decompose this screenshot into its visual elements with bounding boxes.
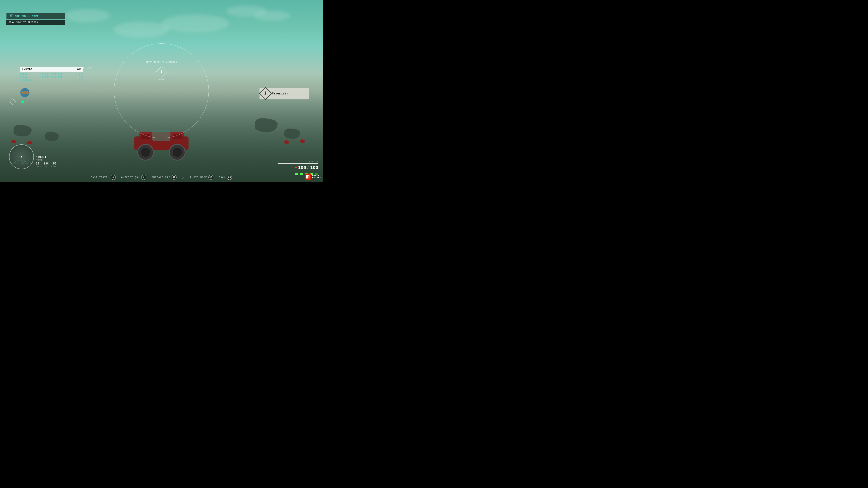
planet-info: KREET MOON	[36, 156, 57, 161]
stat-o2-label: O2	[43, 165, 49, 167]
health-values: ♥ 100 / 100	[278, 165, 318, 170]
stat-grav-label: GRAV	[51, 165, 57, 167]
survey-fauna-count: 3/3	[79, 73, 83, 75]
grav-jump-rocket-icon	[159, 70, 164, 75]
stat-temp-label: TEMP	[36, 165, 41, 167]
survey-flora-status: BIOME COMPLETE	[42, 76, 63, 78]
survey-flora-label: FLORA	[20, 76, 28, 78]
survey-flora-count: 1/3	[79, 76, 83, 78]
quest-tracker: ONE SMALL STEP GRAV JUMP TO JEMISON	[6, 13, 65, 25]
range-indicator: RANGE 10M+	[77, 67, 93, 69]
svg-rect-8	[173, 134, 182, 139]
hud-outpost-label: OUTPOST (8)	[121, 176, 140, 179]
survey-panel: SURVEY 93% FAUNA BIOME COMPLETE 3/3 FLOR…	[20, 67, 83, 83]
svg-rect-7	[141, 134, 150, 139]
health-area: HEALTH ♥ 100 / 100	[278, 160, 318, 170]
cloud	[254, 11, 290, 21]
health-bar	[278, 163, 318, 164]
minimap-area: KREET MOON 25° TEMP 18% O2 .55 GRAV	[9, 144, 57, 169]
survey-resources-label: RESOURCES	[20, 79, 34, 82]
survey-row-fauna: FAUNA BIOME COMPLETE 3/3	[20, 73, 83, 75]
rock	[284, 129, 300, 139]
hud-outpost-key: X	[141, 175, 146, 180]
svg-point-10	[10, 16, 11, 17]
health-current: 100	[298, 165, 306, 170]
minimap-circle	[9, 144, 34, 169]
compass-indicator	[21, 101, 24, 103]
rock	[45, 132, 59, 141]
stat-grav-value: .55	[51, 162, 57, 165]
battery-1	[295, 173, 298, 175]
hud-surface-map[interactable]: SURFACE MAP RB	[152, 175, 177, 180]
shrub	[27, 141, 32, 144]
hud-photo-mode-label: PHOTO MODE	[190, 176, 207, 179]
frontier-icon-inner	[263, 91, 268, 97]
svg-rect-6	[152, 130, 170, 141]
hud-photo-mode-key: RS	[209, 175, 213, 180]
hud-back[interactable]: BACK LB	[219, 175, 232, 180]
rock	[255, 119, 278, 132]
survey-resources-count: 8/8	[79, 79, 83, 82]
quest-objective: GRAV JUMP TO JEMISON	[6, 20, 65, 25]
hud-fast-travel[interactable]: FAST TRAVEL A	[91, 175, 116, 180]
shrub	[284, 140, 289, 144]
quest-title-row: ONE SMALL STEP	[6, 13, 65, 20]
hud-photo-mode[interactable]: PHOTO MODE RS	[190, 175, 213, 180]
survey-label: SURVEY	[22, 68, 33, 71]
hud-back-key: LB	[227, 175, 232, 180]
watermark: GAMER GUIDES	[305, 173, 321, 180]
svg-point-3	[141, 148, 150, 157]
watermark-sub: GUIDES	[312, 177, 321, 179]
health-max: 100	[310, 165, 318, 170]
health-bar-container	[278, 163, 318, 164]
planet-details: KREET MOON 25° TEMP 18% O2 .55 GRAV	[36, 156, 57, 169]
hud-back-label: BACK	[219, 176, 225, 179]
grav-jump-distance: 570M	[146, 78, 177, 81]
vehicle	[116, 119, 207, 164]
grav-jump-marker: GRAV JUMP TO JEMISON --- 570M	[146, 61, 177, 81]
stat-o2-value: 18%	[43, 162, 49, 165]
planet-stats: 25° TEMP 18% O2 .55 GRAV	[36, 162, 57, 167]
hud-triangle: △	[182, 175, 185, 180]
survey-row-flora: FLORA BIOME COMPLETE 1/3	[20, 76, 83, 78]
shrub	[300, 139, 305, 143]
survey-header: SURVEY 93%	[20, 67, 83, 72]
svg-rect-20	[306, 175, 309, 175]
frontier-ship-icon	[259, 87, 272, 100]
hud-fast-travel-key: A	[111, 175, 116, 180]
quest-title: ONE SMALL STEP	[15, 15, 39, 18]
stat-temp-value: 25°	[36, 162, 41, 165]
frontier-name: Frontier	[272, 92, 289, 95]
battery-2	[300, 173, 303, 175]
cloud	[161, 14, 229, 33]
rock	[13, 125, 32, 136]
watermark-brand: GAMER	[312, 174, 321, 177]
hud-surface-map-label: SURFACE MAP	[152, 176, 170, 179]
survey-row-resources: RESOURCES 8/8	[20, 79, 83, 82]
survey-fauna-label: FAUNA	[20, 73, 28, 75]
planet-name: KREET	[36, 156, 57, 159]
grav-jump-icon	[156, 67, 167, 78]
hud-surface-map-key: RB	[172, 175, 177, 180]
grav-jump-label: GRAV JUMP TO JEMISON	[146, 61, 177, 64]
svg-point-5	[173, 148, 182, 157]
shrub	[11, 140, 16, 143]
watermark-icon	[305, 173, 311, 180]
frontier-marker: Frontier	[259, 88, 309, 99]
stat-o2: 18% O2	[43, 162, 49, 167]
stat-grav: .55 GRAV	[51, 162, 57, 167]
health-label: HEALTH	[278, 160, 318, 162]
planet-icon	[20, 88, 30, 98]
hud-fast-travel-label: FAST TRAVEL	[91, 176, 110, 179]
watermark-text-container: GAMER GUIDES	[312, 174, 321, 179]
stat-temp: 25° TEMP	[36, 162, 41, 167]
hud-outpost[interactable]: OUTPOST (8) X	[121, 175, 146, 180]
hud-triangle-icon: △	[182, 175, 185, 180]
cloud	[113, 22, 169, 37]
cloud	[65, 9, 110, 23]
planet-type: MOON	[36, 159, 57, 161]
health-icon: ♥	[295, 166, 297, 170]
survey-fauna-status: BIOME COMPLETE	[42, 73, 63, 75]
grav-jump-dashes: ---	[146, 64, 177, 66]
quest-icon	[9, 14, 13, 18]
